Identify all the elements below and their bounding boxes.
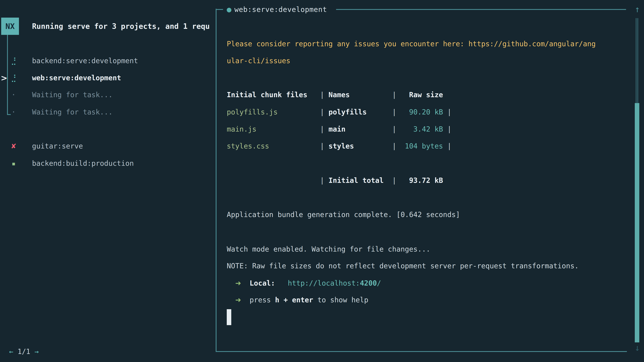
pager-value: 1/1 [18, 348, 30, 356]
pager-right-icon[interactable]: → [34, 348, 39, 356]
chunk-table-row: main.js| main| 3.42 kB | [227, 121, 452, 138]
task-row[interactable]: ·Waiting for task... [0, 86, 213, 103]
task-label: Waiting for task... [32, 86, 112, 103]
chunk-name: styles [328, 138, 392, 155]
pager-current [13, 348, 18, 356]
total-label: Initial total [328, 172, 392, 189]
task-label: Waiting for task... [32, 104, 112, 121]
shortcut-hints: quit: q help: ? [132, 360, 200, 362]
scrollbar-track[interactable] [636, 18, 638, 103]
chunk-file: styles.css [227, 138, 320, 155]
chunk-file: polyfills.js [227, 104, 320, 121]
task-label: backend:build:production [32, 155, 134, 172]
help-hint-line: ➜ press h + enter to show help [227, 292, 368, 309]
nx-logo: NX [1, 17, 19, 35]
running-status-icon: ⣘ [10, 52, 18, 69]
notice-line-2: ular-cli/issues [227, 52, 290, 69]
task-label: guitar:serve [32, 138, 83, 155]
failed-status-icon: ✘ [10, 138, 18, 155]
nx-terminal-ui: NX Running serve for 3 projects, and 1 r… [0, 0, 644, 362]
pager-left-icon[interactable]: ← [9, 348, 13, 356]
chunk-size: 3.42 kB [401, 121, 443, 138]
help-keys: h + enter [275, 296, 313, 304]
chunk-size: 104 bytes [401, 138, 443, 155]
chunk-name: polyfills [328, 104, 392, 121]
local-label: Local: [250, 279, 275, 287]
titlebar-right-line [336, 9, 626, 10]
chunk-name: main [328, 121, 392, 138]
help-prefix: press [250, 296, 275, 304]
waiting-status-icon: · [10, 86, 18, 103]
output-panel-titlebar: ● web:serve:development [216, 1, 626, 18]
task-row[interactable]: ▪backend:build:production [0, 155, 213, 172]
scrollbar-thumb[interactable] [635, 103, 639, 343]
task-row[interactable]: >⣘web:serve:development [0, 69, 213, 86]
header-file: Initial chunk files [227, 86, 320, 103]
chunk-table-row: polyfills.js| polyfills| 90.20 kB | [227, 104, 452, 121]
local-server-line: ➜ Local: http://localhost:4200/ [227, 275, 381, 292]
local-arrow-icon: ➜ [235, 279, 241, 287]
chunk-file: main.js [227, 121, 320, 138]
waiting-status-icon: · [10, 104, 18, 121]
running-status-icon: ⣘ [10, 69, 18, 86]
scroll-down-icon[interactable]: ↓ [632, 340, 642, 355]
chunk-table-row: styles.css| styles| 104 bytes | [227, 138, 452, 155]
terminal-cursor [227, 309, 231, 325]
titlebar-left-line [216, 9, 223, 10]
chunk-table-header: Initial chunk files| Names| Raw size [227, 86, 443, 103]
task-label: backend:serve:development [32, 52, 138, 69]
help-suffix: to show help [313, 296, 368, 304]
watch-mode-message: Watch mode enabled. Watching for file ch… [227, 241, 430, 258]
task-label: web:serve:development [32, 69, 121, 86]
local-url[interactable]: http://localhost:4200/ [288, 279, 381, 287]
chunk-table-total-row: | Initial total| 93.72 kB [227, 172, 443, 189]
local-url-port: 4200 [360, 279, 377, 287]
scroll-up-icon[interactable]: ↑ [632, 2, 642, 17]
selected-chevron-icon: > [1, 69, 8, 86]
task-row[interactable]: ⣘backend:serve:development [0, 52, 213, 69]
chunk-size: 90.20 kB [401, 104, 443, 121]
bundle-complete-message: Application bundle generation complete. … [227, 206, 460, 223]
running-bullet-icon: ● [227, 5, 232, 14]
sidebar-title: Running serve for 3 projects, and 1 requ [32, 17, 213, 35]
header-raw-size: Raw size [401, 86, 443, 103]
help-arrow-icon: ➜ [235, 296, 241, 304]
pager: ← 1/1 → [9, 343, 39, 360]
task-row[interactable]: ·Waiting for task... [0, 104, 213, 121]
sidebar-bottom-bar: ← 1/1 → quit: q help: ? [0, 326, 216, 343]
header-names: Names [328, 86, 392, 103]
note-message: NOTE: Raw file sizes do not reflect deve… [227, 257, 579, 275]
success-status-icon: ▪ [10, 155, 18, 172]
task-row[interactable]: ✘guitar:serve [0, 138, 213, 155]
notice-line-1: Please consider reporting any issues you… [227, 35, 596, 52]
output-panel-title: web:serve:development [234, 5, 327, 13]
total-size: 93.72 kB [401, 172, 443, 189]
